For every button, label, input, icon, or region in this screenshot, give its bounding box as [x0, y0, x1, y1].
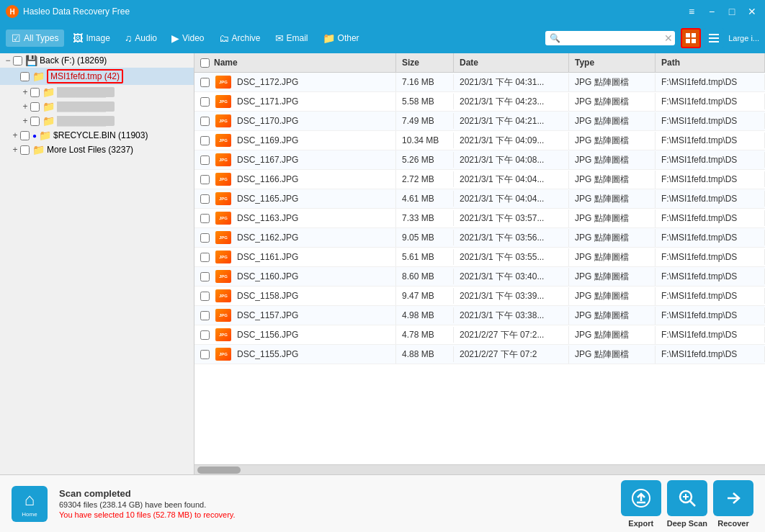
filter-image[interactable]: 🖼 Image: [67, 30, 115, 47]
col-header-path[interactable]: Path: [656, 53, 765, 72]
filter-video[interactable]: ▶ Video: [166, 30, 210, 47]
list-view-btn[interactable]: [704, 28, 724, 48]
file-list-area: Name Size Date Type Path DSC_1172.JPG 7.…: [194, 53, 765, 474]
filter-audio-label: Audio: [135, 33, 157, 43]
toggle-subfolder2[interactable]: +: [20, 102, 30, 112]
svg-rect-2: [686, 39, 690, 43]
row-checkbox-3[interactable]: [200, 136, 210, 145]
large-icon-view-btn[interactable]: [681, 28, 701, 48]
table-row[interactable]: DSC_1162.JPG 9.05 MB 2021/3/1 下午 03:56..…: [194, 228, 765, 248]
table-row[interactable]: DSC_1158.JPG 9.47 MB 2021/3/1 下午 03:39..…: [194, 287, 765, 306]
filter-all-types[interactable]: ☑ All Types: [6, 30, 64, 47]
col-header-name[interactable]: Name: [194, 53, 396, 72]
file-path: F:\MSI1fefd.tmp\DS: [661, 77, 737, 87]
horizontal-scrollbar[interactable]: [194, 464, 765, 474]
table-row[interactable]: DSC_1171.JPG 5.58 MB 2021/3/1 下午 04:23..…: [194, 92, 765, 112]
sidebar-item-subfolder3[interactable]: + 📁 ████████: [0, 114, 194, 128]
drive-icon: 💾: [25, 55, 37, 66]
sidebar-item-back-drive[interactable]: − 💾 Back (F:) (18269): [0, 53, 194, 68]
file-date: 2021/2/27 下午 07:2...: [460, 329, 544, 341]
sidebar-item-morelost[interactable]: + 📁 More Lost Files (3237): [0, 143, 194, 157]
table-row[interactable]: DSC_1166.JPG 2.72 MB 2021/3/1 下午 04:04..…: [194, 170, 765, 189]
row-checkbox-1[interactable]: [200, 97, 210, 107]
recover-label: Recover: [717, 519, 748, 528]
table-row[interactable]: DSC_1172.JPG 7.16 MB 2021/3/1 下午 04:31..…: [194, 73, 765, 92]
table-row[interactable]: DSC_1160.JPG 8.60 MB 2021/3/1 下午 03:40..…: [194, 267, 765, 287]
table-row[interactable]: DSC_1165.JPG 4.61 MB 2021/3/1 下午 04:04..…: [194, 189, 765, 209]
recycle-label: $RECYCLE.BIN (11903): [53, 130, 148, 140]
file-path: F:\MSI1fefd.tmp\DS: [661, 271, 737, 281]
minimize-btn[interactable]: −: [704, 6, 719, 17]
search-clear-btn[interactable]: ✕: [664, 32, 673, 44]
checkbox-back-drive[interactable]: [13, 56, 22, 66]
file-path: F:\MSI1fefd.tmp\DS: [661, 252, 737, 262]
checkbox-subfolder3[interactable]: [30, 117, 40, 126]
row-checkbox-12[interactable]: [200, 311, 210, 320]
jpg-file-icon: [215, 192, 231, 205]
row-checkbox-0[interactable]: [200, 78, 210, 87]
table-row[interactable]: DSC_1163.JPG 7.33 MB 2021/3/1 下午 03:57..…: [194, 209, 765, 228]
col-header-type[interactable]: Type: [569, 53, 656, 72]
subfolder3-label: ████████: [57, 116, 115, 126]
sidebar-item-recycle[interactable]: + ● 📁 $RECYCLE.BIN (11903): [0, 128, 194, 143]
recover-button[interactable]: Recover: [713, 480, 753, 528]
filter-other-label: Other: [338, 33, 359, 43]
close-btn[interactable]: ✕: [745, 6, 759, 17]
checkbox-msi1fefd[interactable]: [20, 72, 30, 81]
row-checkbox-14[interactable]: [200, 350, 210, 359]
filter-email[interactable]: ✉ Email: [269, 30, 314, 47]
table-row[interactable]: DSC_1155.JPG 4.88 MB 2021/2/27 下午 07:2 J…: [194, 345, 765, 364]
filter-other[interactable]: 📁 Other: [317, 30, 365, 47]
row-checkbox-8[interactable]: [200, 233, 210, 243]
table-row[interactable]: DSC_1167.JPG 5.26 MB 2021/3/1 下午 04:08..…: [194, 150, 765, 170]
toggle-subfolder3[interactable]: +: [20, 116, 30, 126]
msi1fefd-label: MSI1fefd.tmp (42): [47, 69, 123, 84]
row-checkbox-2[interactable]: [200, 117, 210, 126]
deep-scan-button[interactable]: Deep Scan: [667, 480, 707, 528]
maximize-btn[interactable]: □: [725, 6, 739, 17]
folder-icon-sub1: 📁: [42, 86, 55, 98]
row-checkbox-4[interactable]: [200, 155, 210, 165]
sidebar-item-subfolder1[interactable]: + 📁 ████████: [0, 85, 194, 99]
col-header-date[interactable]: Date: [454, 53, 569, 72]
table-row[interactable]: DSC_1161.JPG 5.61 MB 2021/3/1 下午 03:55..…: [194, 248, 765, 267]
sidebar-item-subfolder2[interactable]: + 📁 ████████: [0, 99, 194, 114]
select-all-checkbox[interactable]: [200, 58, 210, 68]
toggle-icon[interactable]: −: [3, 55, 13, 66]
row-checkbox-5[interactable]: [200, 175, 210, 184]
toggle-morelost[interactable]: +: [10, 145, 20, 155]
filter-archive[interactable]: 🗂 Archive: [213, 30, 267, 47]
col-header-size[interactable]: Size: [396, 53, 454, 72]
checkbox-subfolder2[interactable]: [30, 102, 40, 112]
home-button[interactable]: ⌂ Home: [12, 486, 48, 522]
row-checkbox-7[interactable]: [200, 214, 210, 223]
row-checkbox-9[interactable]: [200, 253, 210, 262]
toggle-subfolder1[interactable]: +: [20, 87, 30, 97]
sidebar-item-msi1fefd[interactable]: 📁 MSI1fefd.tmp (42): [0, 68, 194, 85]
file-list-header: Name Size Date Type Path: [194, 53, 765, 73]
toggle-recycle[interactable]: +: [10, 130, 20, 140]
file-date: 2021/3/1 下午 04:04...: [460, 193, 544, 205]
file-name: DSC_1157.JPG: [237, 310, 298, 320]
table-row[interactable]: DSC_1169.JPG 10.34 MB 2021/3/1 下午 04:09.…: [194, 131, 765, 150]
checkbox-recycle[interactable]: [20, 131, 30, 140]
export-button[interactable]: Export: [621, 480, 661, 528]
menu-btn[interactable]: ≡: [684, 6, 699, 17]
table-row[interactable]: DSC_1157.JPG 4.98 MB 2021/3/1 下午 03:38..…: [194, 306, 765, 325]
scrollbar-thumb[interactable]: [197, 466, 241, 474]
row-checkbox-11[interactable]: [200, 292, 210, 301]
row-checkbox-6[interactable]: [200, 194, 210, 204]
table-row[interactable]: DSC_1170.JPG 7.49 MB 2021/3/1 下午 04:21..…: [194, 112, 765, 131]
checkbox-subfolder1[interactable]: [30, 88, 40, 97]
file-size: 5.26 MB: [402, 155, 434, 165]
filter-video-label: Video: [182, 33, 204, 43]
row-checkbox-13[interactable]: [200, 330, 210, 340]
row-checkbox-10[interactable]: [200, 272, 210, 281]
search-icon: 🔍: [550, 33, 560, 43]
checkbox-morelost[interactable]: [20, 145, 30, 155]
search-input[interactable]: [563, 33, 664, 43]
filter-audio[interactable]: ♫ Audio: [119, 30, 163, 47]
file-name: DSC_1166.JPG: [237, 174, 298, 184]
table-row[interactable]: DSC_1156.JPG 4.78 MB 2021/2/27 下午 07:2..…: [194, 325, 765, 345]
file-date: 2021/3/1 下午 04:31...: [460, 76, 544, 89]
